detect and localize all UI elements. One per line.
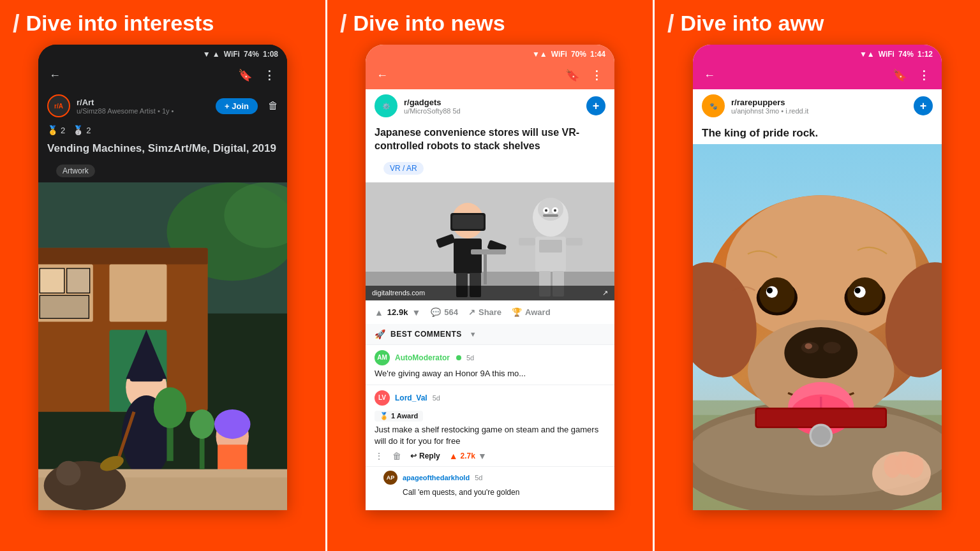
save-icon-1[interactable]: 🗑 <box>268 100 278 112</box>
nested-comment-meta: 5d <box>475 474 482 481</box>
reply-button[interactable]: ↩ Reply <box>410 452 440 460</box>
lord-val-text: Just make a shelf restocking game on ste… <box>375 424 605 447</box>
status-bar-3: ▼▲ WiFi 74% 1:12 <box>693 45 942 61</box>
lord-val-meta: 5d <box>433 394 440 402</box>
flair-container-1: Artwork <box>38 159 287 182</box>
back-button-3[interactable]: ← <box>702 68 717 83</box>
more-icon-1[interactable]: ⋮ <box>260 66 278 84</box>
post-title-2: Japanese convenience stores will use VR-… <box>366 122 614 157</box>
nested-comment: AP apageofthedarkhold 5d Call 'em quests… <box>366 467 614 502</box>
vote-group-2: ▲ 12.9k ▼ <box>375 307 420 318</box>
award-silver-icon: 🥈 <box>73 125 84 135</box>
nav-bar-1: ← 🔖 ⋮ <box>38 61 287 89</box>
bookmark-icon-2[interactable]: 🔖 <box>563 66 581 84</box>
awards-row-1: 🥇 2 🥈 2 <box>38 122 287 138</box>
comment-header-auto: AM AutoModerator 5d <box>375 350 605 365</box>
automoderator-name[interactable]: AutoModerator <box>395 353 450 362</box>
art-svg <box>38 182 287 510</box>
post-image-3 <box>693 144 942 510</box>
bookmark-icon-1[interactable]: 🔖 <box>236 66 254 84</box>
comment-automoderator: AM AutoModerator 5d We're giving away an… <box>366 345 614 385</box>
subreddit-name-3[interactable]: r/rarepuppers <box>731 98 907 107</box>
status-bar-2: ▼▲ WiFi 70% 1:44 <box>366 45 614 61</box>
subreddit-name-2[interactable]: r/gadgets <box>404 98 580 107</box>
svg-point-71 <box>847 277 882 312</box>
svg-point-17 <box>214 409 251 439</box>
battery-1: 74% <box>244 50 259 59</box>
lord-val-avatar: LV <box>375 390 390 406</box>
downvote-icon-2[interactable]: ▼ <box>412 307 420 318</box>
nested-comment-text: Call 'em quests, and you're golden <box>383 487 605 498</box>
meta-text-1: r/Art u/Simz88 Awesome Artist • 1y • <box>77 98 209 115</box>
comment-btn-2[interactable]: 💬 564 <box>431 307 458 317</box>
slash-icon-2: / <box>340 11 347 36</box>
post-by-2: u/MicroSofty88 5d <box>404 107 580 115</box>
signal-icon-1: ▼ ▲ <box>203 50 220 59</box>
post-flair-2[interactable]: VR / AR <box>383 162 424 175</box>
post-image-2: digitaltrends.com ↗ <box>366 182 614 300</box>
subreddit-avatar-3: 🐾 <box>702 94 725 117</box>
svg-point-81 <box>812 426 831 445</box>
automoderator-avatar: AM <box>375 350 390 365</box>
share-btn-2[interactable]: ↗ Share <box>468 307 501 317</box>
svg-rect-47 <box>539 240 562 253</box>
phone-wrapper-2: ▼▲ WiFi 70% 1:44 ← 🔖 ⋮ ⚙️ r/gadgets <box>327 45 653 551</box>
more-dots-icon[interactable]: ⋮ <box>375 451 383 461</box>
phone-mockup-3: ▼▲ WiFi 74% 1:12 ← 🔖 ⋮ 🐾 r/rarepuppers u… <box>693 45 942 510</box>
comment-upvote-icon[interactable]: ▲ <box>449 451 458 461</box>
gadgets-svg <box>366 182 614 300</box>
automoderator-text: We're giving away an Honor 9A this mo... <box>375 368 553 379</box>
rocket-icon: 🚀 <box>375 329 385 339</box>
slash-icon-3: / <box>667 11 674 36</box>
wifi-icon-2: WiFi <box>551 50 567 59</box>
post-meta-3: 🐾 r/rarepuppers u/anjohnst 3mo • i.redd.… <box>693 89 942 122</box>
subreddit-name-1[interactable]: r/Art <box>77 98 209 107</box>
panel-aww: / Dive into aww ▼▲ WiFi 74% 1:12 ← 🔖 ⋮ 🐾 <box>655 0 980 551</box>
automoderator-meta: 5d <box>466 354 474 362</box>
plus-join-btn-3[interactable]: + <box>914 96 933 115</box>
comment-upvote-count: 2.7k <box>461 452 475 460</box>
post-by-3: u/anjohnst 3mo • i.redd.it <box>731 107 907 115</box>
svg-point-40 <box>538 198 563 221</box>
bookmark-icon-3[interactable]: 🔖 <box>891 66 909 84</box>
best-comments-label: BEST COMMENTS <box>390 330 462 339</box>
svg-rect-33 <box>452 215 484 229</box>
comment-downvote-icon[interactable]: ▼ <box>478 451 487 461</box>
best-comments-bar: 🚀 BEST COMMENTS ▼ <box>366 324 614 345</box>
more-icon-3[interactable]: ⋮ <box>915 66 933 84</box>
slash-icon-1: / <box>13 11 20 36</box>
sort-chevron-icon[interactable]: ▼ <box>470 330 477 338</box>
signal-icon-2: ▼▲ <box>532 50 547 59</box>
more-icon-2[interactable]: ⋮ <box>588 66 605 84</box>
phone-mockup-2: ▼▲ WiFi 70% 1:44 ← 🔖 ⋮ ⚙️ r/gadgets <box>366 45 614 510</box>
nav-bar-3: ← 🔖 ⋮ <box>693 61 942 89</box>
svg-point-44 <box>545 209 547 212</box>
time-3: 1:12 <box>917 50 933 59</box>
panel-interests-header: / Dive into interests <box>0 0 325 45</box>
back-button-1[interactable]: ← <box>47 68 63 83</box>
subreddit-avatar-2: ⚙️ <box>375 94 397 117</box>
post-flair-1[interactable]: Artwork <box>56 165 95 177</box>
svg-rect-52 <box>484 253 487 284</box>
flair-container-2: VR / AR <box>366 157 614 182</box>
comment-icon-2: 💬 <box>431 307 441 317</box>
upvote-icon-2[interactable]: ▲ <box>375 307 383 318</box>
award-btn-2[interactable]: 🏆 Award <box>512 307 551 317</box>
post-title-1: Vending Machines, SimzArt/Me, Digital, 2… <box>38 138 287 159</box>
svg-point-64 <box>784 327 858 378</box>
award-2: 🥈 2 <box>73 125 91 135</box>
lord-val-name[interactable]: Lord_Val <box>395 393 427 402</box>
vote-count-2: 12.9k <box>387 307 408 317</box>
apageofthedarkhold-name[interactable]: apageofthedarkhold <box>403 474 470 481</box>
meta-text-3: r/rarepuppers u/anjohnst 3mo • i.redd.it <box>731 98 907 115</box>
panel-news-header: / Dive into news <box>327 0 653 45</box>
svg-point-70 <box>759 277 794 312</box>
join-button-1[interactable]: + Join <box>216 98 258 114</box>
svg-point-74 <box>767 288 773 293</box>
back-button-2[interactable]: ← <box>375 68 390 83</box>
battery-3: 74% <box>898 50 914 59</box>
signal-icon-3: ▼▲ <box>859 50 875 59</box>
phone-content-2: ⚙️ r/gadgets u/MicroSofty88 5d + Japanes… <box>366 89 614 510</box>
share-comment-icon[interactable]: 🗑 <box>392 451 401 461</box>
plus-join-btn-2[interactable]: + <box>586 96 605 115</box>
